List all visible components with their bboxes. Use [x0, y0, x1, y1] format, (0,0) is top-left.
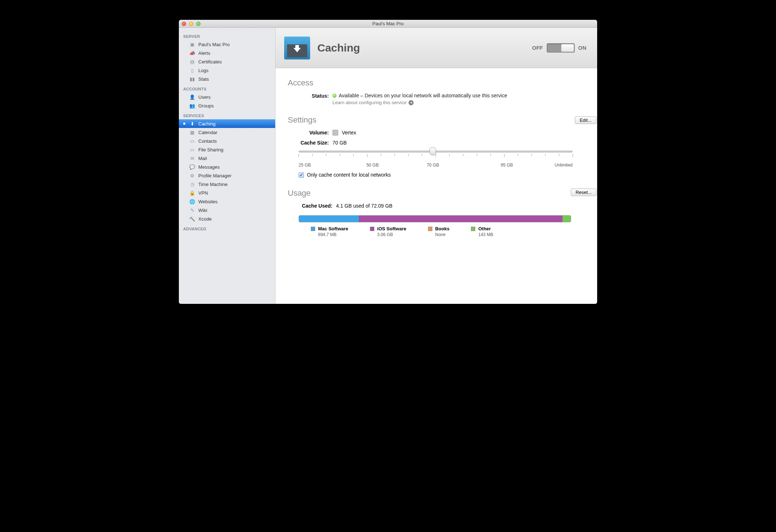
- sidebar-item-messages[interactable]: 💬Messages: [179, 163, 275, 171]
- volume-value: Vertex: [342, 130, 356, 136]
- sidebar-item-vpn[interactable]: 🔒VPN: [179, 189, 275, 197]
- legend-item: Mac Software894.7 MB: [311, 226, 348, 237]
- sidebar-item-logs[interactable]: ▯Logs: [179, 66, 275, 75]
- sidebar-item-label: Xcode: [198, 216, 212, 222]
- tick-label: 25 GB: [299, 163, 311, 168]
- off-label: OFF: [532, 45, 543, 51]
- section-settings: Settings: [288, 115, 587, 125]
- sidebar-item-caching[interactable]: ⬇Caching: [179, 119, 275, 128]
- sidebar-item-label: File Sharing: [198, 147, 223, 152]
- edit-button[interactable]: Edit...: [575, 116, 596, 124]
- contacts-icon: ▭: [189, 138, 195, 144]
- active-dot-icon: [183, 123, 185, 125]
- page-title: Caching: [317, 42, 360, 54]
- legend-item: iOS Software3.06 GB: [370, 226, 406, 237]
- legend-value: 894.7 MB: [318, 232, 348, 237]
- app-window: Paul's Mac Pro SERVER ▣Paul's Mac Pro 📣A…: [179, 20, 597, 304]
- service-toggle-group: OFF ON: [532, 43, 587, 53]
- sidebar-item-label: Certificates: [198, 59, 222, 65]
- legend-name: iOS Software: [377, 226, 406, 231]
- usage-segment: [563, 216, 571, 222]
- bubble-icon: 💬: [189, 164, 195, 170]
- sidebar-item-label: Calendar: [198, 130, 217, 135]
- sidebar-item-profile-manager[interactable]: ⚙Profile Manager: [179, 171, 275, 180]
- sidebar-item-stats[interactable]: ▮▮Stats: [179, 75, 275, 83]
- sidebar-item-users[interactable]: 👤Users: [179, 93, 275, 101]
- status-dot-icon: [332, 94, 336, 98]
- titlebar: Paul's Mac Pro: [179, 20, 597, 28]
- checkbox-icon[interactable]: ✓: [299, 172, 304, 178]
- volume-label: Volume:: [297, 130, 329, 136]
- reset-button[interactable]: Reset...: [571, 189, 596, 196]
- wiki-icon: ✎: [189, 207, 195, 213]
- sidebar-section-server: SERVER: [179, 31, 275, 40]
- cache-size-value: 70 GB: [332, 140, 347, 146]
- legend-swatch-icon: [428, 227, 432, 231]
- service-toggle[interactable]: [547, 43, 575, 53]
- certificate-icon: ▤: [189, 59, 195, 65]
- usage-bar: [299, 215, 571, 222]
- legend-value: None: [435, 232, 450, 237]
- sidebar-item-mail[interactable]: ✉Mail: [179, 154, 275, 163]
- on-label: ON: [578, 45, 587, 51]
- legend-value: 3.06 GB: [377, 232, 406, 237]
- person-icon: 👤: [189, 94, 195, 100]
- sidebar-item-certificates[interactable]: ▤Certificates: [179, 57, 275, 66]
- sidebar-item-time-machine[interactable]: ◷Time Machine: [179, 180, 275, 189]
- sidebar-item-label: Time Machine: [198, 182, 228, 187]
- sidebar-item-calendar[interactable]: ▦Calendar: [179, 128, 275, 137]
- tick-label: 70 GB: [427, 163, 439, 168]
- sidebar-item-filesharing[interactable]: ▭File Sharing: [179, 145, 275, 154]
- status-label: Status:: [297, 93, 329, 99]
- sidebar-item-wiki[interactable]: ✎Wiki: [179, 206, 275, 214]
- usage-segment: [299, 216, 359, 222]
- learn-text: Learn about configuring this service: [332, 100, 406, 105]
- document-icon: ▯: [189, 67, 195, 73]
- section-usage: Usage: [288, 189, 587, 198]
- caching-icon: ⬇: [189, 121, 195, 127]
- sidebar-item-label: VPN: [198, 190, 208, 196]
- sidebar-item-groups[interactable]: 👥Groups: [179, 101, 275, 110]
- slider-ticks: [299, 154, 573, 162]
- sidebar-item-label: Alerts: [198, 50, 210, 56]
- lock-icon: 🔒: [189, 190, 195, 196]
- usage-legend: Mac Software894.7 MBiOS Software3.06 GBB…: [311, 226, 587, 237]
- clock-icon: ◷: [189, 181, 195, 187]
- cache-size-label: Cache Size:: [297, 140, 329, 146]
- sidebar-item-xcode[interactable]: 🔨Xcode: [179, 214, 275, 223]
- mail-icon: ✉: [189, 155, 195, 161]
- legend-swatch-icon: [471, 227, 475, 231]
- learn-link[interactable]: Learn about configuring this service ➜: [332, 100, 414, 105]
- globe-icon: 🌐: [189, 199, 195, 204]
- legend-value: 143 MB: [478, 232, 493, 237]
- legend-name: Other: [478, 226, 491, 231]
- cache-size-slider[interactable]: 25 GB 50 GB 70 GB 95 GB Unlimited: [299, 151, 573, 169]
- slider-tick-labels: 25 GB 50 GB 70 GB 95 GB Unlimited: [299, 163, 573, 169]
- arrow-right-circle-icon: ➜: [409, 100, 414, 105]
- local-networks-checkbox-row[interactable]: ✓ Only cache content for local networks: [299, 172, 587, 178]
- sidebar-item-label: Groups: [198, 103, 214, 108]
- legend-item: Other143 MB: [471, 226, 493, 237]
- folder-icon: ▭: [189, 147, 195, 152]
- sidebar-item-contacts[interactable]: ▭Contacts: [179, 137, 275, 145]
- sidebar-item-macpro[interactable]: ▣Paul's Mac Pro: [179, 40, 275, 49]
- sidebar-section-services: SERVICES: [179, 110, 275, 119]
- sidebar-item-label: Websites: [198, 199, 217, 204]
- status-text: Available – Devices on your local networ…: [339, 93, 507, 98]
- sidebar-item-label: Caching: [198, 121, 216, 127]
- usage-segment: [359, 216, 563, 222]
- tick-label: Unlimited: [555, 163, 573, 168]
- legend-swatch-icon: [311, 227, 315, 231]
- toggle-knob: [561, 44, 574, 52]
- caching-large-icon: [284, 36, 310, 59]
- gear-icon: ⚙: [189, 173, 195, 178]
- status-line: Available – Devices on your local networ…: [332, 93, 587, 98]
- sidebar-item-websites[interactable]: 🌐Websites: [179, 197, 275, 206]
- sidebar: SERVER ▣Paul's Mac Pro 📣Alerts ▤Certific…: [179, 28, 275, 304]
- section-access: Access: [288, 78, 587, 88]
- sidebar-item-label: Wiki: [198, 208, 207, 213]
- sidebar-item-alerts[interactable]: 📣Alerts: [179, 49, 275, 57]
- legend-swatch-icon: [370, 227, 374, 231]
- hammer-icon: 🔨: [189, 216, 195, 222]
- main-pane: Caching OFF ON Access Status: Available …: [275, 28, 597, 304]
